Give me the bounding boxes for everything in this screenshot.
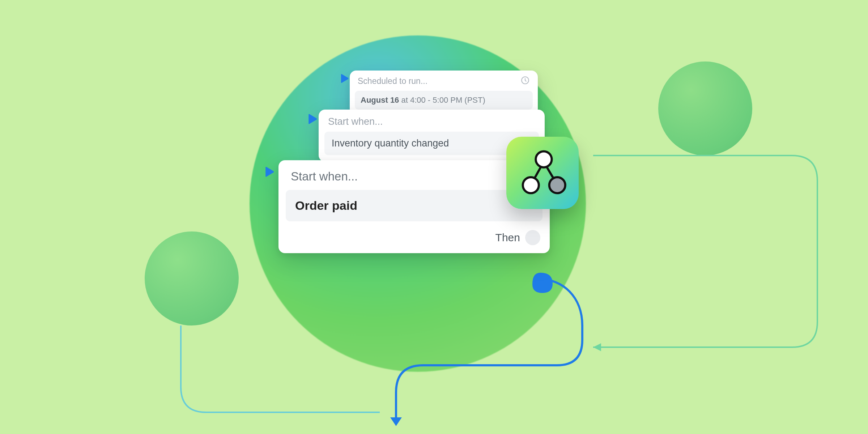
decorative-circle-left bbox=[145, 231, 239, 326]
card-title: Scheduled to run... bbox=[358, 76, 427, 86]
play-icon bbox=[265, 167, 275, 177]
svg-point-4 bbox=[523, 177, 539, 193]
card-value: August 16 at 4:00 - 5:00 PM (PST) bbox=[355, 91, 533, 110]
clock-icon bbox=[520, 76, 530, 86]
then-connector-dot[interactable] bbox=[525, 230, 540, 245]
svg-point-5 bbox=[549, 177, 565, 193]
decorative-circle-right bbox=[658, 61, 752, 156]
play-icon bbox=[340, 73, 350, 84]
card-title: Start when... bbox=[319, 110, 545, 132]
play-icon bbox=[308, 114, 318, 124]
card-value: Order paid bbox=[286, 190, 542, 221]
flow-app-icon bbox=[506, 137, 579, 209]
then-label: Then bbox=[495, 231, 520, 244]
trigger-card-scheduled[interactable]: Scheduled to run... August 16 at 4:00 - … bbox=[350, 71, 538, 115]
svg-point-3 bbox=[536, 152, 552, 167]
